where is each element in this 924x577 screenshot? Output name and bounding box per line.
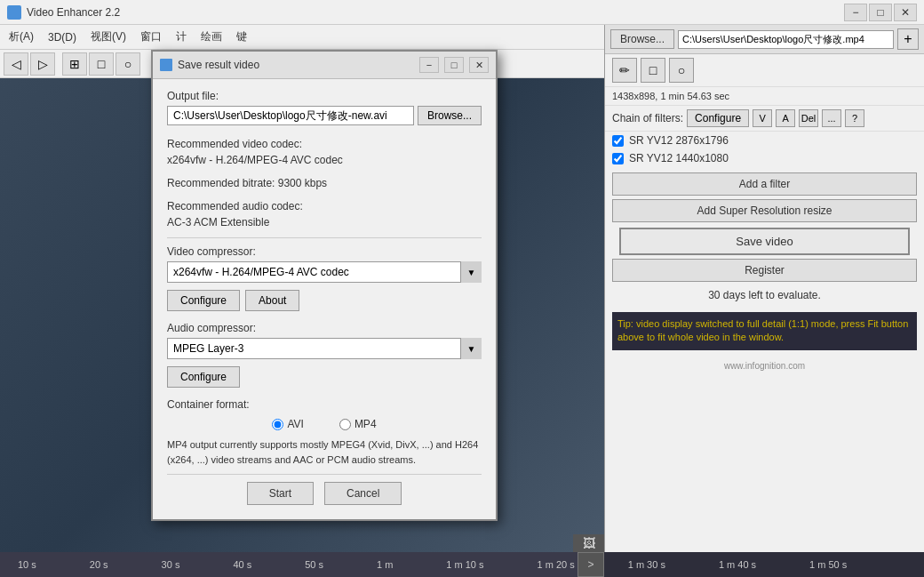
timeline-marker-30s: 30 s xyxy=(162,559,180,570)
mp4-radio[interactable] xyxy=(339,419,351,430)
toolbar-btn-1[interactable]: ◁ xyxy=(4,52,28,76)
filter-2-checkbox[interactable] xyxy=(612,153,624,164)
output-file-row: Browse... xyxy=(167,106,482,125)
container-radio-row: AVI MP4 xyxy=(167,418,482,430)
app-title: Video Enhancer 2.2 xyxy=(27,6,844,19)
start-button[interactable]: Start xyxy=(247,482,314,505)
audio-value: AC-3 ACM Extensible xyxy=(167,214,482,230)
add-sr-button[interactable]: Add Super Resolution resize xyxy=(612,199,917,222)
action-buttons: Add a filter Add Super Resolution resize xyxy=(605,167,924,228)
timeline-marker-1m10s: 1 m 10 s xyxy=(446,559,483,570)
right-panel-header: Browse... C:\Users\User\Desktop\logo尺寸修改… xyxy=(605,25,924,54)
menu-item-paint[interactable]: 绘画 xyxy=(195,28,227,46)
pencil-tool-button[interactable]: ✏ xyxy=(612,58,637,83)
audio-label: Recommended audio codec: xyxy=(167,198,482,214)
register-button[interactable]: Register xyxy=(612,259,917,282)
timeline-scroll-btn[interactable]: > xyxy=(578,552,604,577)
video-info: 1438x898, 1 min 54.63 sec xyxy=(605,87,924,106)
mp4-radio-label[interactable]: MP4 xyxy=(339,418,377,430)
app-icon xyxy=(7,5,21,20)
menu-item-view[interactable]: 视图(V) xyxy=(85,28,131,46)
ellipsis-button[interactable]: ... xyxy=(822,109,841,127)
modal-title: Save result video xyxy=(178,59,414,71)
timeline-marker-10s: 10 s xyxy=(18,559,36,570)
eval-note: 30 days left to evaluate. xyxy=(605,285,924,305)
about-button[interactable]: About xyxy=(245,290,299,311)
close-button[interactable]: ✕ xyxy=(894,4,917,21)
circle-tool-button[interactable]: ○ xyxy=(669,58,694,83)
menu-item-window[interactable]: 窗口 xyxy=(135,28,167,46)
filter-item-1: SR YV12 2876x1796 xyxy=(605,132,924,149)
video-dimensions-info: 1438x898, 1 min 54.63 sec xyxy=(612,91,729,101)
watermark-text: www.infognition.com xyxy=(724,361,805,371)
codec-label: Recommended video codec: xyxy=(167,136,482,152)
avi-radio-label[interactable]: AVI xyxy=(272,418,303,430)
timeline-marker-1m50s: 1 m 50 s xyxy=(809,559,847,570)
save-video-button[interactable]: Save video xyxy=(619,228,910,255)
menu-item-a[interactable]: 析(A) xyxy=(4,28,39,46)
video-compressor-select[interactable]: x264vfw - H.264/MPEG-4 AVC codec xyxy=(167,261,482,283)
mp4-label: MP4 xyxy=(354,418,377,430)
audio-compressor-btn-row: Configure xyxy=(167,366,482,388)
codec-value: x264vfw - H.264/MPEG-4 AVC codec xyxy=(167,152,482,168)
chain-configure-button[interactable]: Configure xyxy=(687,109,749,127)
bitrate-info-block: Recommended bitrate: 9300 kbps xyxy=(167,175,482,191)
save-dialog: Save result video − □ ✕ Output file: Bro… xyxy=(151,50,498,521)
video-compressor-label: Video compressor: xyxy=(167,245,482,258)
tip-box: Tip: video display switched to full deta… xyxy=(612,312,917,350)
maximize-button[interactable]: □ xyxy=(869,4,892,21)
avi-radio[interactable] xyxy=(272,419,283,430)
menu-item-calc[interactable]: 计 xyxy=(171,28,192,46)
chinese-menu-bar: 析(A) 3D(D) 视图(V) 窗口 计 绘画 键 xyxy=(0,25,604,50)
file-path-display: C:\Users\User\Desktop\logo尺寸修改.mp4 xyxy=(678,30,894,49)
mp4-note: MP4 output currently supports mostly MPE… xyxy=(167,437,482,467)
modal-body: Output file: Browse... Recommended video… xyxy=(153,79,496,519)
output-file-input[interactable] xyxy=(167,106,414,125)
tip-text: Tip: video display switched to full deta… xyxy=(617,318,908,342)
timeline: 10 s 20 s 30 s 40 s 50 s 1 m 1 m 10 s 1 … xyxy=(0,552,604,577)
audio-compressor-label: Audio compressor: xyxy=(167,322,482,334)
menu-item-key[interactable]: 键 xyxy=(231,28,252,46)
modal-footer: Start Cancel xyxy=(167,474,482,509)
add-button[interactable]: + xyxy=(897,28,919,50)
del-button[interactable]: Del xyxy=(799,109,818,127)
toolbar-btn-2[interactable]: ▷ xyxy=(30,52,55,76)
right-panel-toolbar: ✏ □ ○ xyxy=(605,54,924,87)
timeline-marker-1m30s: 1 m 30 s xyxy=(628,559,665,570)
v-button[interactable]: V xyxy=(753,109,772,127)
modal-browse-button[interactable]: Browse... xyxy=(418,106,482,125)
add-filter-button[interactable]: Add a filter xyxy=(612,172,917,196)
toolbar-btn-4[interactable]: □ xyxy=(89,52,114,76)
avi-label: AVI xyxy=(287,418,303,430)
timeline-marker-1m40s: 1 m 40 s xyxy=(719,559,756,570)
video-configure-button[interactable]: Configure xyxy=(167,290,240,311)
filter-1-checkbox[interactable] xyxy=(612,135,624,147)
modal-maximize-button[interactable]: □ xyxy=(444,57,464,73)
toolbar-btn-3[interactable]: ⊞ xyxy=(62,52,87,76)
minimize-button[interactable]: − xyxy=(844,4,867,21)
browse-button[interactable]: Browse... xyxy=(610,29,674,49)
modal-close-button[interactable]: ✕ xyxy=(469,57,489,73)
audio-compressor-select[interactable]: MPEG Layer-3 xyxy=(167,338,482,359)
modal-minimize-button[interactable]: − xyxy=(419,57,439,73)
app-background: 析(A) 3D(D) 视图(V) 窗口 计 绘画 键 ◁ ▷ ⊞ □ ○ 10 … xyxy=(0,25,924,577)
a-button[interactable]: A xyxy=(776,109,795,127)
filter-1-label: SR YV12 2876x1796 xyxy=(629,134,729,147)
toolbar-btn-5[interactable]: ○ xyxy=(116,52,140,76)
audio-configure-button[interactable]: Configure xyxy=(167,366,240,388)
cancel-button[interactable]: Cancel xyxy=(324,482,402,505)
modal-icon xyxy=(160,59,172,71)
menu-item-3d[interactable]: 3D(D) xyxy=(43,29,82,45)
help-button[interactable]: ? xyxy=(845,109,864,127)
timeline-marker-40s: 40 s xyxy=(233,559,251,570)
audio-compressor-wrapper: MPEG Layer-3 ▼ xyxy=(167,338,482,359)
timeline-marker-1m20s: 1 m 20 s xyxy=(538,559,575,570)
video-compressor-btn-row: Configure About xyxy=(167,290,482,311)
chain-label: Chain of filters: xyxy=(612,112,683,124)
video-compressor-wrapper: x264vfw - H.264/MPEG-4 AVC codec ▼ xyxy=(167,261,482,283)
app-title-bar: Video Enhancer 2.2 − □ ✕ xyxy=(0,0,924,25)
square-tool-button[interactable]: □ xyxy=(641,58,665,83)
timeline-marker-20s: 20 s xyxy=(90,559,108,570)
timeline-marker-1m: 1 m xyxy=(377,559,393,570)
filter-2-label: SR YV12 1440x1080 xyxy=(629,152,729,164)
